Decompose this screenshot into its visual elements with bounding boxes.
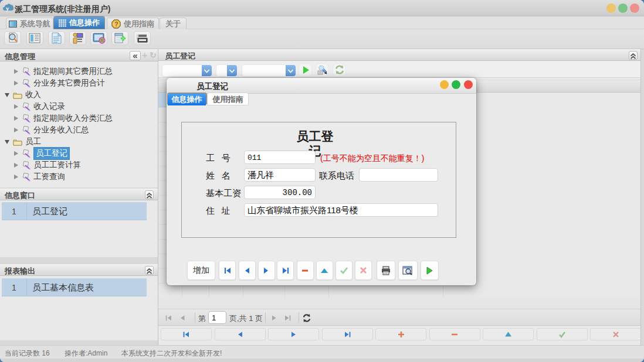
svg-text:y: y xyxy=(6,5,9,12)
svg-text:?: ? xyxy=(114,21,118,28)
